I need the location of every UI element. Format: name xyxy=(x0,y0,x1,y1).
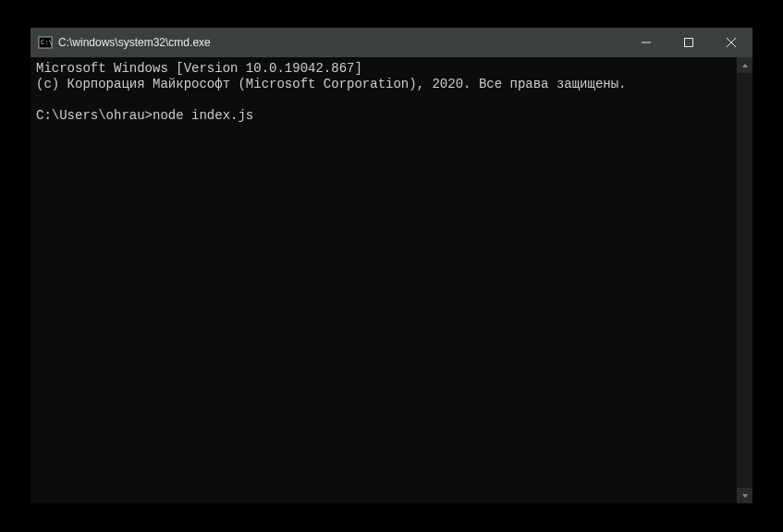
console-body: Microsoft Windows [Version 10.0.19042.86… xyxy=(31,57,752,503)
scroll-down-button[interactable] xyxy=(737,488,752,503)
version-line: Microsoft Windows [Version 10.0.19042.86… xyxy=(36,61,362,76)
cmd-window: C:\ C:\windows\system32\cmd.exe Microsof… xyxy=(31,28,752,503)
command-input[interactable]: node index.js xyxy=(153,108,253,124)
svg-rect-3 xyxy=(685,39,693,47)
svg-text:C:\: C:\ xyxy=(41,39,53,46)
prompt: C:\Users\ohrau> xyxy=(36,108,153,124)
close-button[interactable] xyxy=(710,28,752,57)
console-output[interactable]: Microsoft Windows [Version 10.0.19042.86… xyxy=(31,57,737,503)
maximize-button[interactable] xyxy=(667,28,710,57)
titlebar[interactable]: C:\ C:\windows\system32\cmd.exe xyxy=(31,28,752,57)
cmd-icon: C:\ xyxy=(38,35,53,50)
minimize-button[interactable] xyxy=(625,28,667,57)
scroll-up-button[interactable] xyxy=(737,57,752,73)
vertical-scrollbar[interactable] xyxy=(737,57,752,503)
window-title: C:\windows\system32\cmd.exe xyxy=(58,36,625,49)
copyright-line: (c) Корпорация Майкрософт (Microsoft Cor… xyxy=(36,77,627,91)
svg-marker-7 xyxy=(742,494,748,498)
window-controls xyxy=(625,28,752,57)
svg-marker-6 xyxy=(742,64,748,67)
